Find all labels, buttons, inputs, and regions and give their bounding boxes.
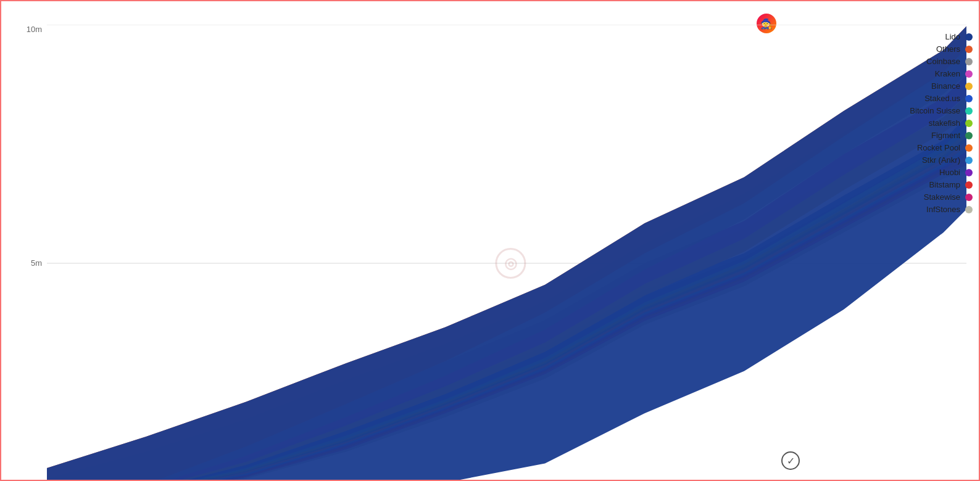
legend-item-staked-us: Staked.us	[800, 94, 973, 103]
chart-header	[16, 16, 966, 17]
legend-dot	[965, 33, 973, 41]
legend-item-huobi: Huobi	[800, 168, 973, 177]
legend-dot	[965, 181, 973, 189]
legend-item-coinbase: Coinbase	[800, 57, 973, 66]
y-label-5m: 5m	[31, 258, 42, 268]
legend-label: Stakewise	[924, 192, 960, 202]
legend-item-figment: Figment	[800, 131, 973, 140]
legend-label: Others	[936, 44, 960, 54]
legend-label: stakefish	[929, 118, 960, 128]
legend-item-others: Others	[800, 44, 973, 54]
legend-dot	[965, 120, 973, 127]
legend-dot	[965, 46, 973, 53]
legend-dot	[965, 144, 973, 152]
legend-dot	[965, 132, 973, 139]
legend-item-binance: Binance	[800, 81, 973, 91]
legend-item-rocket-pool: Rocket Pool	[800, 143, 973, 152]
legend-item-bitstamp: Bitstamp	[800, 180, 973, 189]
legend-label: Lido	[945, 32, 960, 41]
legend-dot	[965, 206, 973, 213]
legend-label: Bitcoin Suisse	[910, 106, 960, 115]
legend-dot	[965, 169, 973, 176]
legend-item-stakewise: Stakewise	[800, 192, 973, 202]
legend-item-bitcoin-suisse: Bitcoin Suisse	[800, 106, 973, 115]
legend-label: InfStones	[926, 205, 960, 214]
y-label-10m: 10m	[27, 25, 42, 34]
legend-label: Huobi	[939, 168, 960, 177]
checkmark-button[interactable]: ✓	[781, 451, 800, 470]
legend-dot	[965, 157, 973, 164]
legend-label: Figment	[931, 131, 960, 140]
legend-dot	[965, 194, 973, 201]
y-axis: 10m 5m 0	[16, 25, 47, 481]
legend-label: Coinbase	[926, 57, 960, 66]
legend-item-lido: Lido	[800, 32, 973, 41]
legend-label: Bitstamp	[929, 180, 960, 189]
chart-container: 🧙 10m 5m 0 ◎	[1, 1, 979, 480]
chart-legend: Lido Others Coinbase Kraken Binance Stak…	[800, 32, 973, 214]
legend-dot	[965, 83, 973, 90]
legend-item-infstones: InfStones	[800, 205, 973, 214]
legend-dot	[965, 70, 973, 78]
legend-label: Binance	[931, 81, 960, 91]
legend-dot	[965, 58, 973, 65]
legend-item-stakefish: stakefish	[800, 118, 973, 128]
legend-dot	[965, 95, 973, 102]
legend-label: Stkr (Ankr)	[922, 155, 960, 165]
legend-item-stkr--ankr-: Stkr (Ankr)	[800, 155, 973, 165]
legend-item-kraken: Kraken	[800, 69, 973, 78]
legend-label: Staked.us	[924, 94, 960, 103]
legend-label: Rocket Pool	[917, 143, 960, 152]
legend-label: Kraken	[935, 69, 960, 78]
legend-dot	[965, 107, 973, 115]
